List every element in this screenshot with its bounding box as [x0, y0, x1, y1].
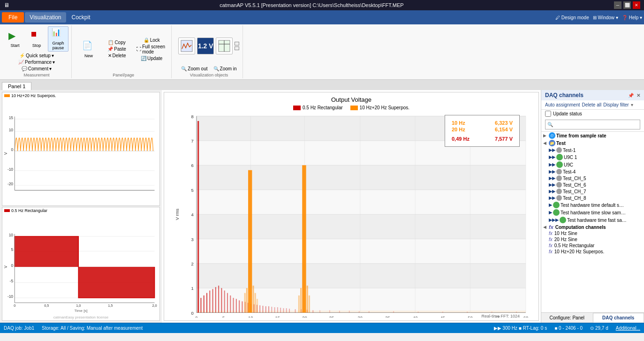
- app-icon: 🖥: [4, 2, 9, 8]
- comment-button[interactable]: 💬 Comment ▾: [20, 66, 53, 72]
- stop-button[interactable]: ⏹ Stop: [26, 27, 47, 51]
- svg-rect-134: [255, 293, 256, 313]
- restore-button[interactable]: ⬜: [623, 1, 631, 9]
- daq-item-computation[interactable]: ◀ fx Computation channels: [541, 224, 644, 230]
- svg-text:V rms: V rms: [174, 208, 180, 220]
- copy-icon: 📋: [108, 40, 114, 45]
- daq-item-20hz-sine[interactable]: fx 20 Hz Sine: [541, 236, 644, 242]
- fx-icon-10hz: fx: [549, 231, 553, 236]
- fft-legend-red-color: [293, 106, 301, 110]
- daq-pin-button[interactable]: 📌: [628, 93, 634, 98]
- svg-rect-82: [197, 121, 199, 313]
- svg-text:20: 20: [302, 315, 307, 318]
- top-chart-svg: 15 10 0 -10 -20 V: [2, 99, 159, 205]
- menu-cockpit[interactable]: Cockpit: [67, 12, 95, 23]
- daq-item-ch8[interactable]: ▶▶ Test_CH_8: [541, 195, 644, 201]
- help-btn[interactable]: ❓ Help ▾: [622, 15, 642, 20]
- svg-rect-141: [197, 311, 526, 312]
- svg-text:3: 3: [191, 237, 193, 242]
- zoom-out-button[interactable]: 🔍 Zoom out: [179, 66, 209, 72]
- copy-button[interactable]: 📋 Copy: [106, 39, 127, 45]
- zoom-in-button[interactable]: 🔍 Zoom in: [212, 66, 239, 72]
- paste-button[interactable]: 📌 Paste: [106, 46, 128, 52]
- design-mode-btn[interactable]: 🖊 Design mode: [555, 15, 589, 20]
- quick-setup-icon: ⚡: [19, 53, 25, 58]
- daq-item-10hz-sine[interactable]: fx 10 Hz Sine: [541, 230, 644, 236]
- fft-chart-area: Output Voltage 0.5 Hz Rectangular 10 Hz+…: [164, 92, 539, 321]
- update-status-checkbox[interactable]: [545, 111, 551, 117]
- arrows-hw-fast: ▶▶▶: [549, 218, 559, 222]
- daq-item-hw-default[interactable]: ▶ Test hardware time default sam...: [541, 201, 644, 209]
- fx-icon-05hz: fx: [549, 243, 553, 248]
- daq-item-test-1[interactable]: ▶▶ Test-1: [541, 147, 644, 153]
- ribbon-group-viz: 1.2 V 🔍 Zoom out 🔍 Zoom in: [175, 25, 242, 78]
- svg-text:1: 1: [191, 286, 193, 291]
- menu-file[interactable]: File: [2, 12, 24, 23]
- ribbon-row-main-btns: ▶ Start ⏹ Stop 📊 Graph pause: [5, 26, 68, 52]
- viz-scroll-up[interactable]: [235, 42, 239, 45]
- auto-assignment-link[interactable]: Auto assignment: [545, 102, 580, 107]
- daq-item-hw-fast[interactable]: ▶▶▶ Test hardware time fast sampl...: [541, 216, 644, 224]
- svg-text:6: 6: [191, 163, 193, 168]
- daq-item-superpos[interactable]: fx 10 Hz+20 Hz Superpos.: [541, 249, 644, 255]
- viz-digital-button[interactable]: 1.2 V: [197, 38, 214, 54]
- svg-text:0: 0: [195, 315, 197, 318]
- svg-text:2: 2: [191, 261, 193, 266]
- viz-waveform-button[interactable]: [178, 38, 195, 54]
- svg-rect-86: [209, 290, 210, 312]
- menu-visualization[interactable]: Visualization: [25, 12, 66, 23]
- daq-item-u9c[interactable]: ▶▶ U9C: [541, 161, 644, 168]
- fft-subtitle: Real-time FFT: 1024: [481, 314, 520, 318]
- svg-text:-10: -10: [8, 294, 13, 299]
- arrows-hw-slow: ▶: [549, 210, 552, 215]
- daq-label-u9c: U9C: [564, 162, 573, 167]
- delete-button[interactable]: ✕ Delete: [106, 53, 128, 59]
- viz-scroll-down[interactable]: [235, 46, 239, 50]
- daq-close-button[interactable]: ✕: [636, 93, 640, 98]
- svg-rect-89: [218, 286, 219, 313]
- start-button[interactable]: ▶ Start: [5, 27, 25, 51]
- display-filter-link[interactable]: Display filter: [603, 102, 629, 107]
- daq-item-05hz-rect[interactable]: fx 0.5 Hz Rectangular: [541, 242, 644, 249]
- svg-text:30: 30: [358, 315, 363, 318]
- paste-icon: 📌: [107, 46, 113, 52]
- daq-item-ch5[interactable]: ▶▶ Test_CH_5: [541, 175, 644, 182]
- panel-tab-1[interactable]: Panel 1: [2, 82, 31, 90]
- window-btn[interactable]: ⊞ Window ▾: [593, 15, 618, 20]
- new-button[interactable]: 📄 New: [78, 37, 99, 61]
- hw-default-icon: [553, 202, 560, 208]
- zoom-in-icon: 🔍: [213, 66, 219, 71]
- daq-item-hw-slow[interactable]: ▶ Test hardware time slow sampl...: [541, 209, 644, 216]
- close-button[interactable]: ✕: [633, 1, 640, 9]
- performance-button[interactable]: 📈 Performance ▾: [16, 59, 57, 65]
- delete-all-link[interactable]: Delete all: [582, 102, 602, 107]
- status-additional[interactable]: Additional...: [616, 326, 640, 331]
- daq-item-test-expand[interactable]: ◀ 📁 Test: [541, 139, 644, 147]
- svg-text:0: 0: [191, 311, 193, 316]
- quick-setup-button[interactable]: ⚡ Quick setup ▾: [17, 53, 56, 59]
- daq-item-time-expand[interactable]: ▶ ⏱ Time from sample rate: [541, 132, 644, 139]
- svg-text:-10: -10: [8, 167, 13, 172]
- tab-daq-channels[interactable]: DAQ channels: [593, 313, 644, 323]
- fft-legend-red: 0.5 Hz Rectangular: [293, 105, 343, 110]
- viz-waveform-icon: [180, 39, 193, 53]
- daq-item-test4[interactable]: ▶▶ Test-4: [541, 168, 644, 175]
- daq-label-superpos: 10 Hz+20 Hz Superpos.: [554, 249, 604, 254]
- graph-pause-icon: 📊: [52, 28, 65, 41]
- update-button[interactable]: 🔄 Update: [139, 55, 164, 61]
- viz-table-icon: [218, 39, 231, 53]
- arrows-ch8: ▶▶: [549, 196, 555, 200]
- daq-item-ch7[interactable]: ▶▶ Test_CH_7: [541, 188, 644, 195]
- graph-pause-button[interactable]: 📊 Graph pause: [48, 26, 68, 52]
- daq-search-input[interactable]: [554, 121, 638, 128]
- minimize-button[interactable]: ─: [614, 1, 621, 9]
- tab-configure-panel[interactable]: Configure: Panel: [541, 313, 593, 323]
- test-icon: 📁: [549, 140, 555, 146]
- viz-table-button[interactable]: [216, 38, 233, 54]
- full-screen-button[interactable]: ⛶ Full screen mode: [135, 44, 168, 55]
- daq-item-ch6[interactable]: ▶▶ Test_CH_6: [541, 182, 644, 188]
- daq-item-u9c1[interactable]: ▶▶ U9C 1: [541, 153, 644, 161]
- lock-button[interactable]: 🔒 Lock: [142, 37, 162, 43]
- arrows-ch6: ▶▶: [549, 182, 555, 187]
- svg-text:V: V: [3, 265, 8, 268]
